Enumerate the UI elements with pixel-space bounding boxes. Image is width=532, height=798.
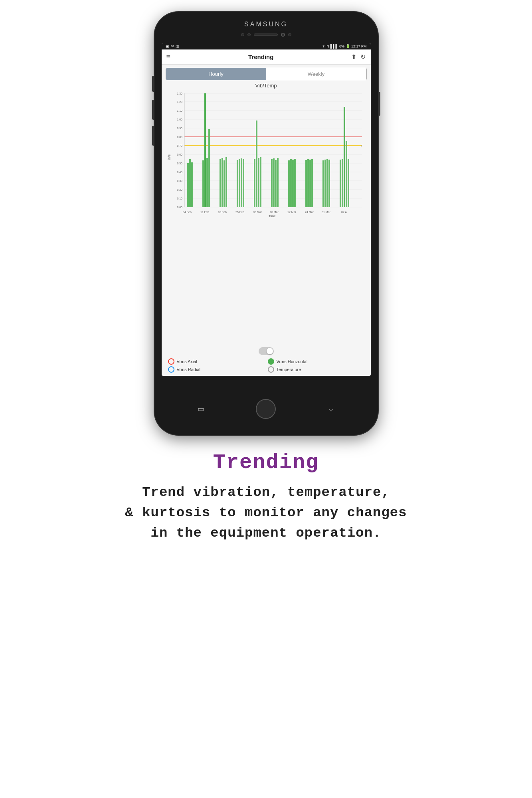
legend-vrms-horizontal: Vrms Horizontal <box>268 358 364 365</box>
svg-text:0.20: 0.20 <box>177 188 182 191</box>
svg-rect-40 <box>225 157 227 207</box>
svg-rect-64 <box>328 160 330 207</box>
legend-temperature: Temperature <box>268 366 364 373</box>
notification-icon-2: ✉ <box>171 44 174 48</box>
svg-text:0.40: 0.40 <box>177 171 182 174</box>
menu-button[interactable]: ≡ <box>166 53 171 61</box>
svg-text:in/s: in/s <box>167 154 171 160</box>
svg-text:0.10: 0.10 <box>177 197 182 200</box>
svg-rect-38 <box>222 158 223 207</box>
svg-text:17 Mar: 17 Mar <box>287 211 296 213</box>
svg-rect-65 <box>340 160 341 207</box>
svg-rect-45 <box>254 159 255 207</box>
nfc-icon: N <box>326 44 329 48</box>
svg-rect-42 <box>239 159 240 207</box>
toggle-row <box>162 346 371 357</box>
svg-rect-53 <box>288 160 290 207</box>
svg-rect-39 <box>223 160 225 207</box>
svg-rect-54 <box>290 159 292 207</box>
svg-rect-35 <box>206 158 208 207</box>
svg-rect-30 <box>187 163 189 207</box>
tab-weekly[interactable]: Weekly <box>266 68 366 80</box>
page-body: Trend vibration, temperature,& kurtosis … <box>125 482 407 543</box>
svg-text:18 Feb: 18 Feb <box>218 211 227 213</box>
notification-icon-1: ▣ <box>166 44 169 48</box>
chart-title: Vib/Temp <box>163 83 369 89</box>
phone-body: SAMSUNG ▣ ✉ ◫ ✳ N ▌▌▌ 6% <box>154 12 378 435</box>
brand-label: SAMSUNG <box>244 21 288 28</box>
svg-rect-63 <box>326 159 328 207</box>
svg-text:03 Mar: 03 Mar <box>253 211 262 213</box>
svg-rect-31 <box>189 159 191 207</box>
legend-label-temperature: Temperature <box>277 367 301 372</box>
recent-apps-button[interactable]: ▭ <box>195 405 207 413</box>
svg-text:07 A: 07 A <box>341 211 346 213</box>
status-right-icons: ✳ N ▌▌▌ 6% 🔋 12:17 PM <box>322 44 366 48</box>
battery-icon: 🔋 <box>346 44 350 48</box>
app-header: ≡ Trending ⬆ ↻ <box>162 49 371 65</box>
volume-up-button <box>152 76 154 92</box>
svg-rect-56 <box>294 159 296 207</box>
svg-text:1.10: 1.10 <box>177 109 182 112</box>
svg-text:0.60: 0.60 <box>177 153 182 156</box>
svg-rect-60 <box>311 159 313 207</box>
legend-icon-temperature <box>268 366 274 373</box>
back-button[interactable]: ⌵ <box>325 405 337 413</box>
below-phone-content: Trending Trend vibration, temperature,& … <box>93 451 439 543</box>
refresh-icon[interactable]: ↻ <box>360 53 366 61</box>
home-button[interactable] <box>256 399 276 419</box>
svg-text:10 Mar: 10 Mar <box>270 211 279 213</box>
svg-rect-51 <box>275 160 277 207</box>
svg-rect-49 <box>271 159 273 207</box>
svg-rect-55 <box>292 160 294 207</box>
sensor-dot <box>288 33 291 36</box>
volume-down-button <box>152 100 154 120</box>
svg-rect-69 <box>348 159 349 207</box>
phone-bottom-nav: ▭ ⌵ <box>154 399 378 419</box>
svg-rect-62 <box>324 160 326 207</box>
chart-area: Vib/Temp in/s 0.00 0.10 0.20 0.30 <box>162 82 371 346</box>
power-button <box>378 92 380 116</box>
phone-screen: ▣ ✉ ◫ ✳ N ▌▌▌ 6% 🔋 12:17 PM ≡ Trending <box>162 43 371 376</box>
tab-bar: Hourly Weekly <box>166 68 367 80</box>
svg-text:1.00: 1.00 <box>177 118 182 121</box>
svg-rect-34 <box>204 93 206 207</box>
svg-rect-52 <box>277 158 279 207</box>
svg-text:0.70: 0.70 <box>177 144 182 147</box>
header-actions: ⬆ ↻ <box>351 53 366 61</box>
time-display: 12:17 PM <box>351 44 367 48</box>
svg-text:0.50: 0.50 <box>177 162 182 165</box>
svg-rect-47 <box>258 158 259 207</box>
svg-rect-32 <box>191 162 193 207</box>
trend-chart: in/s 0.00 0.10 0.20 0.30 0.40 <box>163 89 369 217</box>
svg-text:Time: Time <box>269 214 276 217</box>
svg-text:0.30: 0.30 <box>177 180 182 182</box>
toggle-knob <box>267 348 273 354</box>
status-left-icons: ▣ ✉ ◫ <box>166 44 179 48</box>
phone-top-bar <box>226 32 306 38</box>
page-heading: Trending <box>125 451 407 474</box>
svg-text:11 Feb: 11 Feb <box>200 211 209 213</box>
share-icon[interactable]: ⬆ <box>351 53 356 61</box>
svg-text:1.20: 1.20 <box>177 101 182 103</box>
app-title: Trending <box>248 53 273 60</box>
tab-hourly[interactable]: Hourly <box>166 68 266 80</box>
svg-rect-67 <box>344 107 345 207</box>
svg-rect-48 <box>260 157 261 207</box>
svg-text:0.80: 0.80 <box>177 136 182 138</box>
legend-icon-horizontal <box>268 358 274 365</box>
chart-legend: Vrms Axial Vrms Horizontal Vrms Radial T… <box>162 357 371 376</box>
legend-label-radial: Vrms Radial <box>177 367 201 372</box>
svg-text:24 Mar: 24 Mar <box>305 211 314 213</box>
data-toggle[interactable] <box>259 347 274 355</box>
front-dot-1 <box>241 33 244 36</box>
svg-rect-66 <box>342 159 343 207</box>
legend-vrms-axial: Vrms Axial <box>168 358 265 365</box>
battery-text: 6% <box>339 44 344 48</box>
svg-rect-41 <box>237 160 238 207</box>
svg-rect-46 <box>256 120 257 207</box>
front-dot-2 <box>247 33 251 36</box>
signal-icon: ▌▌▌ <box>330 44 338 48</box>
legend-vrms-radial: Vrms Radial <box>168 366 265 373</box>
page-body-text: Trend vibration, temperature,& kurtosis … <box>125 485 407 541</box>
